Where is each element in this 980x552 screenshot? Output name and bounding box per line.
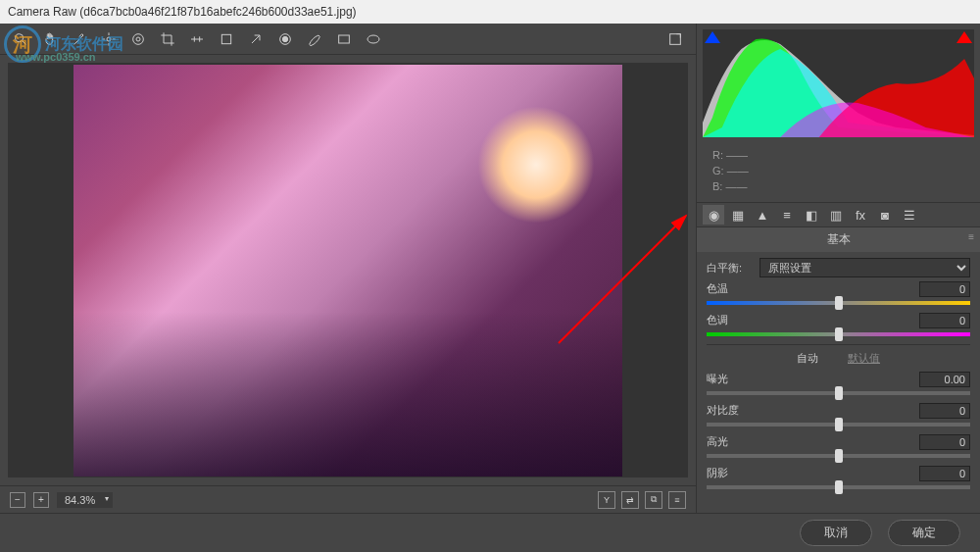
tab-detail-icon[interactable]: ▲: [752, 205, 773, 225]
tab-curve-icon[interactable]: ▦: [727, 205, 749, 225]
histogram[interactable]: [703, 29, 974, 137]
footer: 取消 确定: [0, 513, 980, 552]
redeye-tool-icon[interactable]: [274, 28, 296, 50]
panel-tabs: ◉ ▦ ▲ ≡ ◧ ▥ fx ◙ ☰: [697, 202, 980, 227]
highlights-value[interactable]: 0: [919, 434, 970, 450]
svg-rect-7: [339, 35, 350, 43]
zoom-in-button[interactable]: +: [33, 492, 49, 508]
zoom-out-button[interactable]: −: [10, 492, 25, 508]
contrast-value[interactable]: 0: [919, 403, 970, 419]
shadows-value[interactable]: 0: [919, 466, 970, 481]
panel-menu-icon[interactable]: ≡: [968, 231, 974, 242]
exposure-slider[interactable]: [707, 391, 970, 395]
highlights-slider[interactable]: [707, 454, 970, 458]
zoom-tool-icon[interactable]: [10, 28, 31, 50]
title-bar: Camera Raw (d6ca7bcb0a46f21f87b16abefc24…: [0, 0, 980, 24]
straighten-tool-icon[interactable]: [186, 28, 208, 50]
crop-tool-icon[interactable]: [157, 28, 178, 50]
cancel-button[interactable]: 取消: [800, 520, 872, 546]
preview-pane: − + 84.3% Y ⇄ ⧉ ≡: [0, 24, 696, 513]
target-adjust-icon[interactable]: [127, 28, 149, 50]
tab-camera-icon[interactable]: ◙: [874, 205, 896, 225]
tab-hsl-icon[interactable]: ≡: [776, 205, 798, 225]
exposure-value[interactable]: 0.00: [919, 372, 970, 387]
svg-point-8: [368, 35, 379, 43]
window-title: Camera Raw (d6ca7bcb0a46f21f87b16abefc24…: [8, 5, 357, 19]
svg-rect-9: [670, 33, 681, 44]
adjustment-brush-icon[interactable]: [304, 28, 325, 50]
svg-point-3: [136, 37, 140, 41]
shadows-slider[interactable]: [707, 485, 970, 489]
default-button[interactable]: 默认值: [848, 351, 880, 366]
radial-filter-icon[interactable]: [363, 28, 384, 50]
svg-point-1: [107, 37, 111, 41]
compare-swap-icon[interactable]: ⇄: [621, 491, 639, 509]
eyedropper-wb-icon[interactable]: [69, 28, 90, 50]
view-settings-icon[interactable]: ≡: [668, 491, 686, 509]
tab-lens-icon[interactable]: ▥: [825, 205, 847, 225]
image-canvas[interactable]: [8, 63, 688, 477]
tint-label: 色调: [707, 313, 728, 328]
tab-presets-icon[interactable]: ☰: [899, 205, 920, 225]
tint-slider[interactable]: [707, 332, 970, 336]
svg-point-5: [282, 36, 287, 41]
highlights-label: 高光: [707, 434, 728, 450]
ok-button[interactable]: 确定: [888, 520, 960, 546]
panel-title: 基本 ≡: [697, 227, 980, 252]
adjustments-panel: R: —— G: —— B: —— ◉ ▦ ▲ ≡ ◧ ▥ fx ◙ ☰ 基本 …: [696, 24, 980, 513]
svg-rect-4: [221, 34, 230, 43]
compare-y-icon[interactable]: Y: [598, 491, 615, 509]
wb-label: 白平衡:: [707, 261, 754, 276]
zoom-level-select[interactable]: 84.3%: [57, 492, 113, 508]
toolbar: [0, 24, 696, 55]
shadow-clipping-icon[interactable]: [705, 31, 720, 43]
temp-slider[interactable]: [707, 301, 970, 305]
tab-split-icon[interactable]: ◧: [801, 205, 822, 225]
temp-value[interactable]: 0: [919, 281, 970, 297]
zoom-bar: − + 84.3% Y ⇄ ⧉ ≡: [0, 485, 696, 513]
tab-fx-icon[interactable]: fx: [850, 205, 871, 225]
graduated-filter-icon[interactable]: [333, 28, 355, 50]
spot-removal-icon[interactable]: [245, 28, 267, 50]
compare-copy-icon[interactable]: ⧉: [645, 491, 662, 509]
contrast-slider[interactable]: [707, 423, 970, 427]
color-sampler-icon[interactable]: [98, 28, 120, 50]
shadows-label: 阴影: [707, 466, 728, 481]
svg-point-2: [133, 33, 144, 44]
contrast-label: 对比度: [707, 403, 739, 419]
hand-tool-icon[interactable]: [39, 28, 61, 50]
fullscreen-icon[interactable]: [664, 28, 686, 50]
auto-button[interactable]: 自动: [797, 351, 818, 366]
tab-basic-icon[interactable]: ◉: [703, 205, 724, 225]
highlight-clipping-icon[interactable]: [956, 31, 972, 43]
transform-tool-icon[interactable]: [216, 28, 237, 50]
tint-value[interactable]: 0: [919, 313, 970, 328]
svg-point-0: [16, 33, 24, 41]
wb-select[interactable]: 原照设置: [760, 258, 970, 277]
rgb-readout: R: —— G: —— B: ——: [697, 143, 980, 202]
temp-label: 色温: [707, 281, 728, 297]
exposure-label: 曝光: [707, 372, 728, 387]
